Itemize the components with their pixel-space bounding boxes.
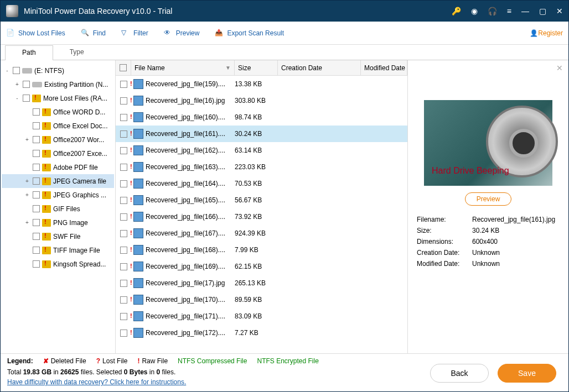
- expand-icon[interactable]: -: [14, 95, 20, 101]
- tree-item[interactable]: +Existing Partition (N...: [2, 77, 114, 91]
- tree-checkbox[interactable]: [33, 164, 40, 171]
- menu-icon[interactable]: ≡: [507, 7, 511, 15]
- tree-item[interactable]: +JPEG Graphics ...: [2, 188, 114, 202]
- expand-icon[interactable]: -: [4, 67, 11, 74]
- tree-checkbox[interactable]: [33, 219, 40, 226]
- tree-item[interactable]: TIFF Image File: [2, 243, 114, 257]
- tree-item[interactable]: +JPEG Camera file: [2, 174, 114, 188]
- tree-item[interactable]: Office Excel Doc...: [2, 119, 114, 133]
- file-checkbox[interactable]: [116, 296, 131, 304]
- tree-item[interactable]: +Office2007 Wor...: [2, 133, 114, 147]
- tree-checkbox[interactable]: [33, 122, 40, 129]
- file-checkbox[interactable]: [116, 330, 131, 337]
- tab-type[interactable]: Type: [53, 45, 101, 60]
- tree-checkbox[interactable]: [13, 67, 20, 74]
- expand-icon[interactable]: +: [24, 178, 30, 184]
- file-row[interactable]: Recovered_jpg_file(165)....56.67 KB: [116, 192, 407, 208]
- file-row[interactable]: Recovered_jpg_file(171)....83.09 KB: [116, 308, 407, 325]
- tree-checkbox[interactable]: [33, 191, 40, 198]
- file-row[interactable]: Recovered_jpg_file(164)....70.53 KB: [116, 175, 407, 192]
- tree-checkbox[interactable]: [33, 177, 40, 185]
- preview-large-button[interactable]: Preview: [465, 192, 512, 206]
- file-checkbox[interactable]: [116, 263, 131, 270]
- tree-item[interactable]: Adobe PDF file: [2, 160, 114, 174]
- tree-checkbox[interactable]: [23, 81, 30, 88]
- tree-item[interactable]: Office2007 Exce...: [2, 147, 114, 160]
- deleted-icon: ✘: [43, 357, 49, 365]
- file-checkbox[interactable]: [116, 230, 131, 237]
- tree-checkbox[interactable]: [33, 150, 40, 157]
- file-checkbox[interactable]: [116, 280, 131, 287]
- tree-item[interactable]: GIF Files: [2, 202, 114, 216]
- file-checkbox[interactable]: [116, 114, 131, 121]
- file-row[interactable]: Recovered_jpg_file(163)....223.03 KB: [116, 159, 407, 175]
- tree-item[interactable]: Kingsoft Spread...: [2, 257, 114, 271]
- tree-item-label: Kingsoft Spread...: [53, 260, 106, 268]
- disc-icon[interactable]: ◉: [471, 7, 478, 15]
- column-size[interactable]: Size: [235, 60, 278, 75]
- file-row[interactable]: Recovered_jpg_file(169)....62.15 KB: [116, 258, 407, 275]
- file-checkbox[interactable]: [116, 97, 131, 104]
- file-row[interactable]: Recovered_jpg_file(16).jpg303.80 KB: [116, 92, 407, 109]
- file-checkbox[interactable]: [116, 213, 131, 221]
- expand-icon[interactable]: +: [14, 81, 20, 87]
- file-row[interactable]: Recovered_jpg_file(172)....7.27 KB: [116, 325, 407, 341]
- file-checkbox[interactable]: [116, 147, 131, 154]
- file-checkbox[interactable]: [116, 164, 131, 171]
- file-row[interactable]: Recovered_jpg_file(166)....73.92 KB: [116, 208, 407, 225]
- find-button[interactable]: 🔍Find: [81, 29, 106, 38]
- file-checkbox[interactable]: [116, 313, 131, 320]
- save-button[interactable]: Save: [498, 364, 556, 383]
- column-modified-date[interactable]: Modified Date: [361, 60, 407, 75]
- folder-icon: [42, 136, 51, 144]
- column-creation-date[interactable]: Creation Date: [278, 60, 361, 75]
- file-row[interactable]: Recovered_jpg_file(162)....63.14 KB: [116, 142, 407, 159]
- show-lost-files-button[interactable]: 📄Show Lost Files: [6, 29, 65, 38]
- minimize-icon[interactable]: —: [521, 7, 529, 15]
- tree-checkbox[interactable]: [33, 136, 40, 143]
- select-all-checkbox[interactable]: [116, 60, 131, 75]
- headphones-icon[interactable]: 🎧: [488, 7, 497, 15]
- tree-checkbox[interactable]: [33, 247, 40, 254]
- tree-item[interactable]: Office WORD D...: [2, 105, 114, 119]
- register-button[interactable]: 👤Register: [530, 29, 563, 37]
- preview-button[interactable]: 👁Preview: [164, 29, 200, 38]
- back-button[interactable]: Back: [430, 364, 489, 383]
- tree-checkbox[interactable]: [33, 108, 40, 116]
- file-row[interactable]: Recovered_jpg_file(167)....924.39 KB: [116, 225, 407, 242]
- file-checkbox[interactable]: [116, 130, 131, 138]
- file-row[interactable]: Recovered_jpg_file(160)....98.74 KB: [116, 109, 407, 126]
- file-checkbox[interactable]: [116, 197, 131, 204]
- tab-path[interactable]: Path: [5, 45, 53, 60]
- export-button[interactable]: 📤Export Scan Result: [215, 29, 284, 38]
- tree-checkbox[interactable]: [33, 260, 40, 268]
- file-row[interactable]: Recovered_jpg_file(170)....89.59 KB: [116, 291, 407, 308]
- expand-icon[interactable]: +: [24, 192, 30, 198]
- tree-checkbox[interactable]: [33, 205, 40, 212]
- tree-item[interactable]: -More Lost Files (RA...: [2, 91, 114, 105]
- expand-icon[interactable]: +: [24, 219, 30, 226]
- tree-checkbox[interactable]: [33, 233, 40, 240]
- file-checkbox[interactable]: [116, 180, 131, 187]
- folder-tree[interactable]: -(E: NTFS)+Existing Partition (N...-More…: [1, 60, 116, 353]
- file-row[interactable]: Recovered_jpg_file(159)....13.38 KB: [116, 76, 407, 92]
- file-row[interactable]: Recovered_jpg_file(17).jpg265.13 KB: [116, 275, 407, 291]
- help-link[interactable]: Have difficulty with data recovery? Clic…: [7, 378, 186, 386]
- close-preview-icon[interactable]: ✕: [556, 64, 563, 72]
- file-checkbox[interactable]: [116, 247, 131, 254]
- tree-checkbox[interactable]: [23, 95, 30, 102]
- close-icon[interactable]: ✕: [556, 7, 563, 15]
- tree-item[interactable]: -(E: NTFS): [2, 64, 114, 77]
- maximize-icon[interactable]: ▢: [539, 7, 546, 15]
- key-icon[interactable]: 🔑: [452, 7, 461, 15]
- column-filename[interactable]: File Name▼: [131, 60, 235, 75]
- tree-item[interactable]: +PNG Image: [2, 216, 114, 229]
- filter-button[interactable]: ▽Filter: [121, 29, 148, 38]
- tree-item[interactable]: SWF File: [2, 229, 114, 243]
- file-row[interactable]: Recovered_jpg_file(168)....7.99 KB: [116, 242, 407, 258]
- file-checkbox[interactable]: [116, 81, 131, 88]
- drive-icon: [22, 68, 32, 74]
- jpg-file-icon: [133, 112, 143, 122]
- expand-icon[interactable]: +: [24, 137, 30, 143]
- file-row[interactable]: Recovered_jpg_file(161)....30.24 KB: [116, 126, 407, 142]
